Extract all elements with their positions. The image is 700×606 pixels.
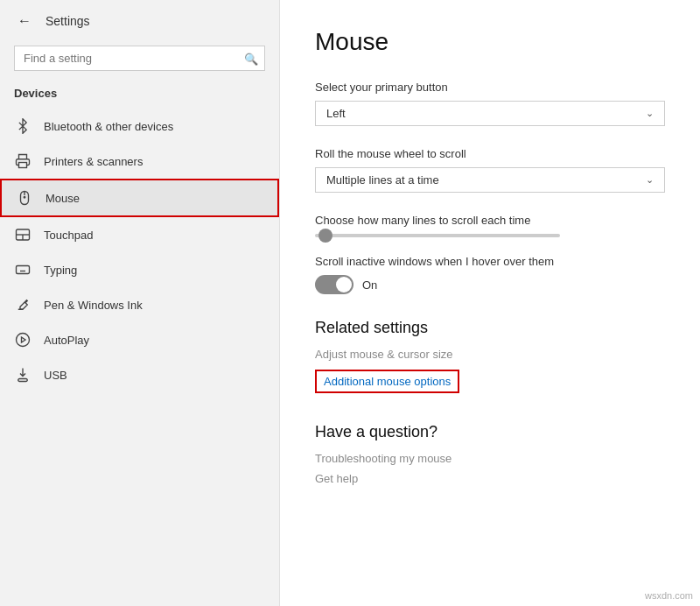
adjust-cursor-link: Adjust mouse & cursor size bbox=[315, 348, 665, 361]
primary-button-value: Left bbox=[326, 107, 346, 120]
sidebar-item-mouse[interactable]: Mouse bbox=[0, 179, 279, 217]
slider-thumb[interactable] bbox=[318, 229, 332, 243]
sidebar-item-touchpad[interactable]: Touchpad bbox=[0, 217, 279, 252]
question-group: Have a question? Troubleshooting my mous… bbox=[315, 423, 665, 485]
sidebar-item-printers[interactable]: Printers & scanners bbox=[0, 144, 279, 179]
sidebar-item-autoplay-label: AutoPlay bbox=[44, 334, 89, 347]
sidebar-header: ← Settings bbox=[0, 0, 279, 42]
scroll-inactive-group: Scroll inactive windows when I hover ove… bbox=[315, 255, 665, 294]
search-input[interactable] bbox=[14, 46, 265, 71]
chevron-down-icon: ⌄ bbox=[646, 108, 654, 119]
svg-point-3 bbox=[24, 197, 25, 199]
sidebar-item-touchpad-label: Touchpad bbox=[44, 229, 93, 242]
chevron-down-icon-2: ⌄ bbox=[646, 174, 654, 186]
scroll-lines-slider-container bbox=[315, 234, 665, 237]
search-icon: 🔍 bbox=[244, 52, 258, 65]
troubleshooting-link: Troubleshooting my mouse bbox=[315, 452, 665, 465]
scroll-wheel-value: Multiple lines at a time bbox=[326, 173, 439, 187]
additional-mouse-options-link[interactable]: Additional mouse options bbox=[315, 370, 459, 393]
mouse-icon bbox=[16, 189, 33, 207]
search-box[interactable]: 🔍 bbox=[14, 46, 265, 71]
scroll-lines-label: Choose how many lines to scroll each tim… bbox=[315, 214, 665, 227]
main-content: Mouse Select your primary button Left ⌄ … bbox=[280, 0, 700, 606]
svg-marker-15 bbox=[22, 337, 26, 342]
slider-track bbox=[315, 234, 560, 237]
primary-button-label: Select your primary button bbox=[315, 81, 665, 94]
sidebar-item-typing[interactable]: Typing bbox=[0, 252, 279, 287]
back-button[interactable]: ← bbox=[14, 10, 35, 32]
sidebar-item-bluetooth[interactable]: Bluetooth & other devices bbox=[0, 109, 279, 144]
page-title: Mouse bbox=[315, 28, 665, 56]
autoplay-icon bbox=[14, 331, 32, 349]
primary-button-group: Select your primary button Left ⌄ bbox=[315, 81, 665, 126]
pen-icon bbox=[14, 296, 32, 314]
section-label: Devices bbox=[0, 81, 279, 105]
usb-icon bbox=[14, 366, 32, 384]
related-settings-title: Related settings bbox=[315, 319, 665, 337]
typing-icon bbox=[14, 261, 32, 278]
touchpad-icon bbox=[14, 226, 32, 243]
sidebar-item-usb-label: USB bbox=[44, 369, 67, 382]
svg-rect-0 bbox=[19, 163, 27, 168]
scroll-wheel-dropdown[interactable]: Multiple lines at a time ⌄ bbox=[315, 167, 665, 193]
sidebar-item-mouse-label: Mouse bbox=[46, 192, 80, 205]
sidebar-item-typing-label: Typing bbox=[44, 264, 77, 277]
sidebar-item-autoplay[interactable]: AutoPlay bbox=[0, 322, 279, 357]
sidebar-item-printers-label: Printers & scanners bbox=[44, 155, 143, 168]
sidebar: ← Settings 🔍 Devices Bluetooth & other d… bbox=[0, 0, 280, 606]
scroll-inactive-label: Scroll inactive windows when I hover ove… bbox=[315, 255, 665, 268]
toggle-row: On bbox=[315, 275, 665, 294]
bluetooth-icon bbox=[14, 117, 32, 135]
toggle-state-label: On bbox=[362, 278, 377, 292]
related-settings-group: Related settings Adjust mouse & cursor s… bbox=[315, 319, 665, 402]
sidebar-item-pen-label: Pen & Windows Ink bbox=[44, 299, 143, 312]
svg-point-14 bbox=[17, 334, 30, 347]
svg-rect-7 bbox=[17, 266, 30, 274]
primary-button-dropdown[interactable]: Left ⌄ bbox=[315, 101, 665, 126]
sidebar-title: Settings bbox=[46, 14, 90, 28]
scroll-lines-group: Choose how many lines to scroll each tim… bbox=[315, 214, 665, 237]
sidebar-item-bluetooth-label: Bluetooth & other devices bbox=[44, 120, 173, 133]
back-icon: ← bbox=[18, 13, 32, 29]
question-title: Have a question? bbox=[315, 423, 665, 441]
sidebar-item-usb[interactable]: USB bbox=[0, 357, 279, 392]
scroll-inactive-toggle[interactable] bbox=[315, 275, 354, 294]
sidebar-item-pen[interactable]: Pen & Windows Ink bbox=[0, 287, 279, 322]
printer-icon bbox=[14, 152, 32, 170]
scroll-wheel-group: Roll the mouse wheel to scroll Multiple … bbox=[315, 147, 665, 193]
watermark: wsxdn.com bbox=[645, 590, 693, 601]
scroll-wheel-label: Roll the mouse wheel to scroll bbox=[315, 147, 665, 160]
toggle-thumb bbox=[336, 277, 352, 292]
get-help-link: Get help bbox=[315, 472, 665, 485]
